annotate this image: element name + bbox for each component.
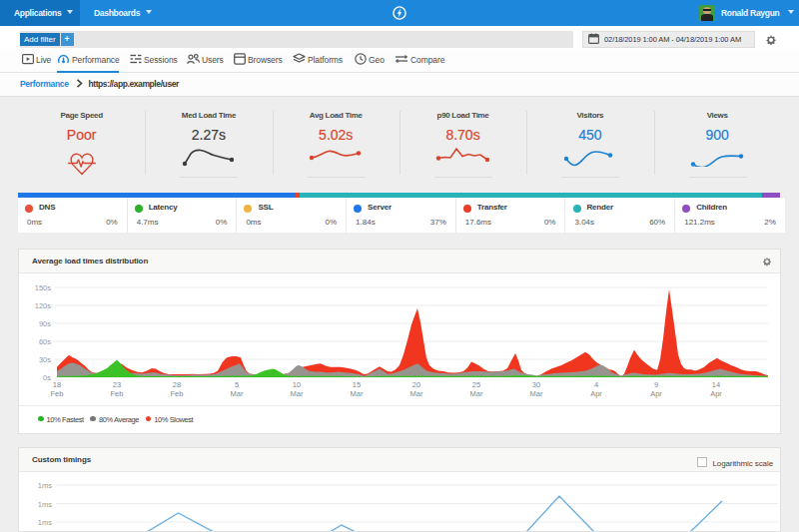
svg-text:Feb: Feb <box>51 389 64 398</box>
svg-text:Mar: Mar <box>470 389 483 398</box>
svg-text:10: 10 <box>293 380 301 389</box>
svg-text:4: 4 <box>594 380 598 389</box>
svg-text:Mar: Mar <box>291 389 304 398</box>
svg-text:Feb: Feb <box>171 389 184 398</box>
svg-text:30s: 30s <box>39 355 51 364</box>
svg-text:Mar: Mar <box>410 389 423 398</box>
svg-text:0s: 0s <box>43 373 51 382</box>
svg-text:Mar: Mar <box>530 389 543 398</box>
svg-text:60s: 60s <box>39 337 51 346</box>
svg-text:Mar: Mar <box>351 389 364 398</box>
svg-text:1ms: 1ms <box>38 500 52 509</box>
svg-text:150s: 150s <box>35 283 52 292</box>
svg-text:18: 18 <box>53 380 61 389</box>
svg-text:Apr: Apr <box>590 389 602 398</box>
svg-text:9: 9 <box>654 380 658 389</box>
svg-text:20: 20 <box>412 380 420 389</box>
svg-text:5: 5 <box>235 380 239 389</box>
svg-text:Apr: Apr <box>650 389 662 398</box>
svg-text:14: 14 <box>712 380 720 389</box>
svg-text:30: 30 <box>532 380 540 389</box>
svg-text:15: 15 <box>353 380 361 389</box>
svg-text:Feb: Feb <box>111 389 124 398</box>
svg-text:90s: 90s <box>39 319 51 328</box>
svg-text:Mar: Mar <box>231 389 244 398</box>
svg-text:Apr: Apr <box>710 389 722 398</box>
svg-text:1ms: 1ms <box>38 481 52 490</box>
svg-text:23: 23 <box>113 380 121 389</box>
svg-text:120s: 120s <box>35 301 52 310</box>
svg-text:28: 28 <box>173 380 181 389</box>
svg-text:1ms: 1ms <box>38 518 52 527</box>
svg-text:25: 25 <box>472 380 480 389</box>
